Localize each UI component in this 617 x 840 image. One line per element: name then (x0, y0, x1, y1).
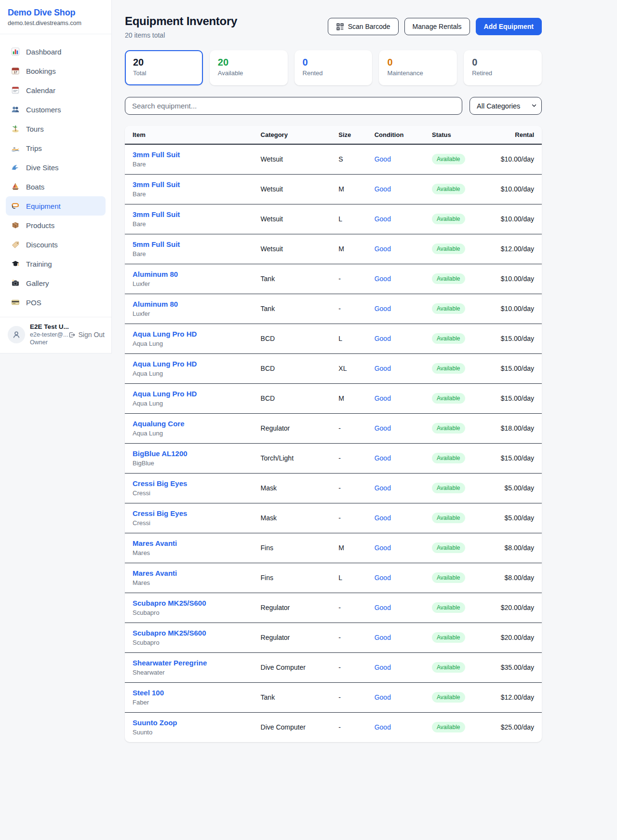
item-name-link[interactable]: 3mm Full Suit (133, 150, 245, 159)
category-select-wrap: All Categories (469, 97, 542, 115)
item-name-link[interactable]: 3mm Full Suit (133, 180, 245, 189)
item-name-link[interactable]: Mares Avanti (133, 539, 245, 547)
camera-icon (11, 279, 20, 288)
item-rental-price: $12.00/day (482, 682, 542, 712)
sidebar-item-products[interactable]: Products (6, 216, 106, 235)
status-badge: Available (432, 572, 465, 583)
calendar-icon (11, 86, 20, 95)
item-brand: Suunto (133, 729, 245, 736)
item-name-link[interactable]: Mares Avanti (133, 569, 245, 577)
item-name-link[interactable]: Cressi Big Eyes (133, 509, 245, 517)
item-name-link[interactable]: Aqualung Core (133, 420, 245, 428)
item-size: L (331, 204, 366, 234)
search-input[interactable] (125, 97, 462, 115)
item-condition: Good (375, 634, 391, 641)
table-row: BigBlue AL1200BigBlueTorch/Light-GoodAva… (125, 443, 542, 473)
item-category: Tank (253, 682, 331, 712)
table-row: Aqualung CoreAqua LungRegulator-GoodAvai… (125, 413, 542, 443)
item-category: Wetsuit (253, 144, 331, 174)
stat-label: Available (218, 69, 280, 77)
sidebar-item-dive-sites[interactable]: Dive Sites (6, 158, 106, 177)
item-rental-price: $5.00/day (482, 503, 542, 533)
item-name-link[interactable]: Suunto Zoop (133, 718, 245, 727)
item-category: BCD (253, 353, 331, 383)
scan-barcode-label: Scan Barcode (348, 23, 390, 30)
bookings-calendar-icon: 17 (11, 67, 20, 76)
stat-label: Rented (303, 69, 364, 77)
sidebar-item-gallery[interactable]: Gallery (6, 273, 106, 293)
category-select[interactable]: All Categories (469, 97, 542, 115)
item-rental-price: $20.00/day (482, 623, 542, 652)
sidebar-item-boats[interactable]: Boats (6, 177, 106, 196)
stat-card-available[interactable]: 20Available (210, 50, 288, 85)
item-name-link[interactable]: Aluminum 80 (133, 300, 245, 308)
item-name-link[interactable]: Aqua Lung Pro HD (133, 330, 245, 338)
stat-card-total[interactable]: 20Total (125, 50, 203, 85)
item-category: Fins (253, 533, 331, 563)
item-name-link[interactable]: 3mm Full Suit (133, 210, 245, 218)
sidebar-item-customers[interactable]: Customers (6, 100, 106, 119)
scan-barcode-button[interactable]: Scan Barcode (328, 18, 399, 35)
sidebar-item-discounts[interactable]: Discounts (6, 235, 106, 254)
item-condition: Good (375, 215, 391, 223)
sidebar-item-dashboard[interactable]: Dashboard (6, 42, 106, 61)
item-category: Wetsuit (253, 234, 331, 264)
item-size: - (331, 682, 366, 712)
table-row: Steel 100FaberTank-GoodAvailable$12.00/d… (125, 682, 542, 712)
stat-label: Total (133, 69, 195, 77)
sidebar-item-label: Products (26, 221, 54, 230)
item-name-link[interactable]: Cressi Big Eyes (133, 479, 245, 488)
sidebar-item-training[interactable]: Training (6, 254, 106, 273)
stat-value: 20 (133, 57, 195, 68)
sidebar-item-trips[interactable]: Trips (6, 138, 106, 158)
item-brand: Bare (133, 220, 245, 228)
item-name-link[interactable]: Scubapro MK25/S600 (133, 599, 245, 607)
item-name-link[interactable]: 5mm Full Suit (133, 240, 245, 248)
manage-rentals-button[interactable]: Manage Rentals (404, 18, 470, 35)
status-badge: Available (432, 244, 465, 254)
item-category: Dive Computer (253, 652, 331, 682)
item-size: - (331, 264, 366, 294)
item-brand: Bare (133, 190, 245, 198)
item-size: - (331, 413, 366, 443)
stat-card-retired[interactable]: 0Retired (464, 50, 542, 85)
item-name-link[interactable]: Aluminum 80 (133, 270, 245, 278)
sidebar-item-pos[interactable]: POS (6, 293, 106, 312)
column-header-status: Status (424, 126, 482, 144)
sidebar-item-equipment[interactable]: Equipment (6, 196, 106, 216)
sidebar-item-label: Dashboard (26, 48, 61, 56)
sidebar-item-tours[interactable]: Tours (6, 119, 106, 138)
sidebar-item-calendar[interactable]: Calendar (6, 81, 106, 100)
item-size: XL (331, 353, 366, 383)
stat-card-maintenance[interactable]: 0Maintenance (379, 50, 457, 85)
item-condition: Good (375, 454, 391, 462)
item-condition: Good (375, 155, 391, 163)
item-condition: Good (375, 275, 391, 283)
item-size: - (331, 503, 366, 533)
add-equipment-button[interactable]: Add Equipment (476, 18, 542, 35)
item-name-link[interactable]: BigBlue AL1200 (133, 449, 245, 458)
item-name-link[interactable]: Aqua Lung Pro HD (133, 360, 245, 368)
item-category: Wetsuit (253, 204, 331, 234)
item-rental-price: $10.00/day (482, 144, 542, 174)
item-rental-price: $15.00/day (482, 383, 542, 413)
item-brand: Scubapro (133, 639, 245, 646)
column-header-size: Size (331, 126, 366, 144)
stat-card-rented[interactable]: 0Rented (295, 50, 373, 85)
item-condition: Good (375, 335, 391, 342)
item-size: M (331, 234, 366, 264)
item-condition: Good (375, 723, 391, 731)
item-name-link[interactable]: Shearwater Peregrine (133, 659, 245, 667)
item-rental-price: $10.00/day (482, 204, 542, 234)
sidebar-item-bookings[interactable]: 17Bookings (6, 61, 106, 81)
item-condition: Good (375, 693, 391, 701)
item-name-link[interactable]: Steel 100 (133, 689, 245, 697)
item-condition: Good (375, 365, 391, 372)
item-name-link[interactable]: Scubapro MK25/S600 (133, 629, 245, 637)
status-badge: Available (432, 513, 465, 523)
item-name-link[interactable]: Aqua Lung Pro HD (133, 390, 245, 398)
item-size: - (331, 294, 366, 324)
table-header-row: ItemCategorySizeConditionStatusRental (125, 126, 542, 144)
status-badge: Available (432, 602, 465, 613)
sign-out-button[interactable]: Sign Out (67, 331, 105, 339)
